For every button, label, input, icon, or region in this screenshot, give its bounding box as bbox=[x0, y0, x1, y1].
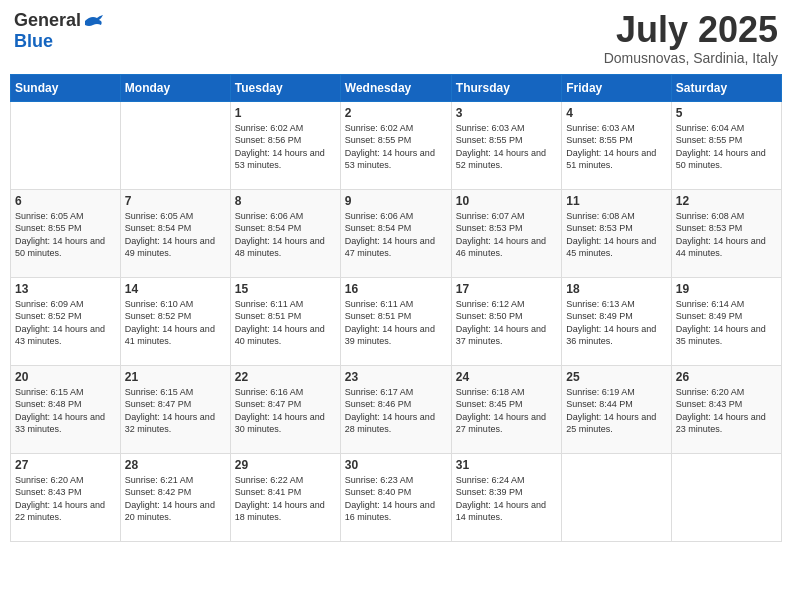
day-info: Sunrise: 6:06 AM Sunset: 8:54 PM Dayligh… bbox=[235, 210, 336, 260]
day-info: Sunrise: 6:24 AM Sunset: 8:39 PM Dayligh… bbox=[456, 474, 557, 524]
day-info: Sunrise: 6:14 AM Sunset: 8:49 PM Dayligh… bbox=[676, 298, 777, 348]
day-number: 26 bbox=[676, 370, 777, 384]
weekday-header: Sunday bbox=[11, 74, 121, 101]
day-number: 17 bbox=[456, 282, 557, 296]
day-info: Sunrise: 6:21 AM Sunset: 8:42 PM Dayligh… bbox=[125, 474, 226, 524]
day-number: 27 bbox=[15, 458, 116, 472]
day-info: Sunrise: 6:22 AM Sunset: 8:41 PM Dayligh… bbox=[235, 474, 336, 524]
day-number: 18 bbox=[566, 282, 666, 296]
day-number: 5 bbox=[676, 106, 777, 120]
day-number: 30 bbox=[345, 458, 447, 472]
day-number: 2 bbox=[345, 106, 447, 120]
calendar-cell: 16Sunrise: 6:11 AM Sunset: 8:51 PM Dayli… bbox=[340, 277, 451, 365]
page-header: General Blue July 2025 Domusnovas, Sardi… bbox=[10, 10, 782, 66]
calendar-cell: 8Sunrise: 6:06 AM Sunset: 8:54 PM Daylig… bbox=[230, 189, 340, 277]
day-number: 25 bbox=[566, 370, 666, 384]
day-info: Sunrise: 6:07 AM Sunset: 8:53 PM Dayligh… bbox=[456, 210, 557, 260]
calendar-cell: 13Sunrise: 6:09 AM Sunset: 8:52 PM Dayli… bbox=[11, 277, 121, 365]
calendar-cell: 12Sunrise: 6:08 AM Sunset: 8:53 PM Dayli… bbox=[671, 189, 781, 277]
day-info: Sunrise: 6:23 AM Sunset: 8:40 PM Dayligh… bbox=[345, 474, 447, 524]
title-block: July 2025 Domusnovas, Sardinia, Italy bbox=[604, 10, 778, 66]
logo: General Blue bbox=[14, 10, 103, 52]
calendar-cell: 24Sunrise: 6:18 AM Sunset: 8:45 PM Dayli… bbox=[451, 365, 561, 453]
day-number: 8 bbox=[235, 194, 336, 208]
calendar-cell bbox=[671, 453, 781, 541]
day-info: Sunrise: 6:11 AM Sunset: 8:51 PM Dayligh… bbox=[345, 298, 447, 348]
calendar-cell: 6Sunrise: 6:05 AM Sunset: 8:55 PM Daylig… bbox=[11, 189, 121, 277]
calendar-cell: 5Sunrise: 6:04 AM Sunset: 8:55 PM Daylig… bbox=[671, 101, 781, 189]
day-number: 31 bbox=[456, 458, 557, 472]
day-number: 1 bbox=[235, 106, 336, 120]
calendar-cell: 20Sunrise: 6:15 AM Sunset: 8:48 PM Dayli… bbox=[11, 365, 121, 453]
day-info: Sunrise: 6:08 AM Sunset: 8:53 PM Dayligh… bbox=[566, 210, 666, 260]
day-number: 15 bbox=[235, 282, 336, 296]
calendar-cell: 23Sunrise: 6:17 AM Sunset: 8:46 PM Dayli… bbox=[340, 365, 451, 453]
calendar-week-row: 20Sunrise: 6:15 AM Sunset: 8:48 PM Dayli… bbox=[11, 365, 782, 453]
day-info: Sunrise: 6:10 AM Sunset: 8:52 PM Dayligh… bbox=[125, 298, 226, 348]
day-info: Sunrise: 6:04 AM Sunset: 8:55 PM Dayligh… bbox=[676, 122, 777, 172]
calendar-cell: 15Sunrise: 6:11 AM Sunset: 8:51 PM Dayli… bbox=[230, 277, 340, 365]
day-number: 3 bbox=[456, 106, 557, 120]
day-number: 14 bbox=[125, 282, 226, 296]
day-info: Sunrise: 6:16 AM Sunset: 8:47 PM Dayligh… bbox=[235, 386, 336, 436]
month-year-title: July 2025 bbox=[604, 10, 778, 50]
day-number: 11 bbox=[566, 194, 666, 208]
calendar-cell: 4Sunrise: 6:03 AM Sunset: 8:55 PM Daylig… bbox=[562, 101, 671, 189]
day-number: 20 bbox=[15, 370, 116, 384]
weekday-header: Saturday bbox=[671, 74, 781, 101]
day-number: 6 bbox=[15, 194, 116, 208]
calendar-cell: 18Sunrise: 6:13 AM Sunset: 8:49 PM Dayli… bbox=[562, 277, 671, 365]
calendar-cell: 28Sunrise: 6:21 AM Sunset: 8:42 PM Dayli… bbox=[120, 453, 230, 541]
logo-blue-text: Blue bbox=[14, 31, 53, 52]
day-info: Sunrise: 6:17 AM Sunset: 8:46 PM Dayligh… bbox=[345, 386, 447, 436]
weekday-header: Thursday bbox=[451, 74, 561, 101]
day-info: Sunrise: 6:20 AM Sunset: 8:43 PM Dayligh… bbox=[676, 386, 777, 436]
calendar-week-row: 27Sunrise: 6:20 AM Sunset: 8:43 PM Dayli… bbox=[11, 453, 782, 541]
calendar-week-row: 13Sunrise: 6:09 AM Sunset: 8:52 PM Dayli… bbox=[11, 277, 782, 365]
calendar-cell: 31Sunrise: 6:24 AM Sunset: 8:39 PM Dayli… bbox=[451, 453, 561, 541]
day-info: Sunrise: 6:13 AM Sunset: 8:49 PM Dayligh… bbox=[566, 298, 666, 348]
calendar-cell: 30Sunrise: 6:23 AM Sunset: 8:40 PM Dayli… bbox=[340, 453, 451, 541]
day-number: 19 bbox=[676, 282, 777, 296]
day-number: 24 bbox=[456, 370, 557, 384]
weekday-header: Wednesday bbox=[340, 74, 451, 101]
weekday-header-row: SundayMondayTuesdayWednesdayThursdayFrid… bbox=[11, 74, 782, 101]
day-info: Sunrise: 6:05 AM Sunset: 8:54 PM Dayligh… bbox=[125, 210, 226, 260]
calendar-week-row: 6Sunrise: 6:05 AM Sunset: 8:55 PM Daylig… bbox=[11, 189, 782, 277]
calendar-cell: 3Sunrise: 6:03 AM Sunset: 8:55 PM Daylig… bbox=[451, 101, 561, 189]
day-number: 10 bbox=[456, 194, 557, 208]
calendar-cell: 17Sunrise: 6:12 AM Sunset: 8:50 PM Dayli… bbox=[451, 277, 561, 365]
day-number: 22 bbox=[235, 370, 336, 384]
calendar-cell: 19Sunrise: 6:14 AM Sunset: 8:49 PM Dayli… bbox=[671, 277, 781, 365]
day-info: Sunrise: 6:02 AM Sunset: 8:55 PM Dayligh… bbox=[345, 122, 447, 172]
calendar-cell: 29Sunrise: 6:22 AM Sunset: 8:41 PM Dayli… bbox=[230, 453, 340, 541]
calendar-cell: 10Sunrise: 6:07 AM Sunset: 8:53 PM Dayli… bbox=[451, 189, 561, 277]
day-info: Sunrise: 6:15 AM Sunset: 8:48 PM Dayligh… bbox=[15, 386, 116, 436]
calendar-table: SundayMondayTuesdayWednesdayThursdayFrid… bbox=[10, 74, 782, 542]
day-info: Sunrise: 6:12 AM Sunset: 8:50 PM Dayligh… bbox=[456, 298, 557, 348]
day-info: Sunrise: 6:05 AM Sunset: 8:55 PM Dayligh… bbox=[15, 210, 116, 260]
logo-general-text: General bbox=[14, 10, 81, 31]
day-info: Sunrise: 6:02 AM Sunset: 8:56 PM Dayligh… bbox=[235, 122, 336, 172]
day-number: 29 bbox=[235, 458, 336, 472]
calendar-cell: 11Sunrise: 6:08 AM Sunset: 8:53 PM Dayli… bbox=[562, 189, 671, 277]
weekday-header: Monday bbox=[120, 74, 230, 101]
day-number: 12 bbox=[676, 194, 777, 208]
day-info: Sunrise: 6:03 AM Sunset: 8:55 PM Dayligh… bbox=[456, 122, 557, 172]
day-number: 23 bbox=[345, 370, 447, 384]
calendar-cell bbox=[11, 101, 121, 189]
logo-bird-icon bbox=[83, 13, 103, 29]
calendar-cell: 9Sunrise: 6:06 AM Sunset: 8:54 PM Daylig… bbox=[340, 189, 451, 277]
weekday-header: Friday bbox=[562, 74, 671, 101]
calendar-cell: 7Sunrise: 6:05 AM Sunset: 8:54 PM Daylig… bbox=[120, 189, 230, 277]
calendar-cell: 22Sunrise: 6:16 AM Sunset: 8:47 PM Dayli… bbox=[230, 365, 340, 453]
day-info: Sunrise: 6:18 AM Sunset: 8:45 PM Dayligh… bbox=[456, 386, 557, 436]
day-number: 4 bbox=[566, 106, 666, 120]
day-info: Sunrise: 6:19 AM Sunset: 8:44 PM Dayligh… bbox=[566, 386, 666, 436]
calendar-cell bbox=[120, 101, 230, 189]
day-number: 28 bbox=[125, 458, 226, 472]
calendar-cell: 27Sunrise: 6:20 AM Sunset: 8:43 PM Dayli… bbox=[11, 453, 121, 541]
calendar-cell: 21Sunrise: 6:15 AM Sunset: 8:47 PM Dayli… bbox=[120, 365, 230, 453]
calendar-cell: 26Sunrise: 6:20 AM Sunset: 8:43 PM Dayli… bbox=[671, 365, 781, 453]
calendar-week-row: 1Sunrise: 6:02 AM Sunset: 8:56 PM Daylig… bbox=[11, 101, 782, 189]
